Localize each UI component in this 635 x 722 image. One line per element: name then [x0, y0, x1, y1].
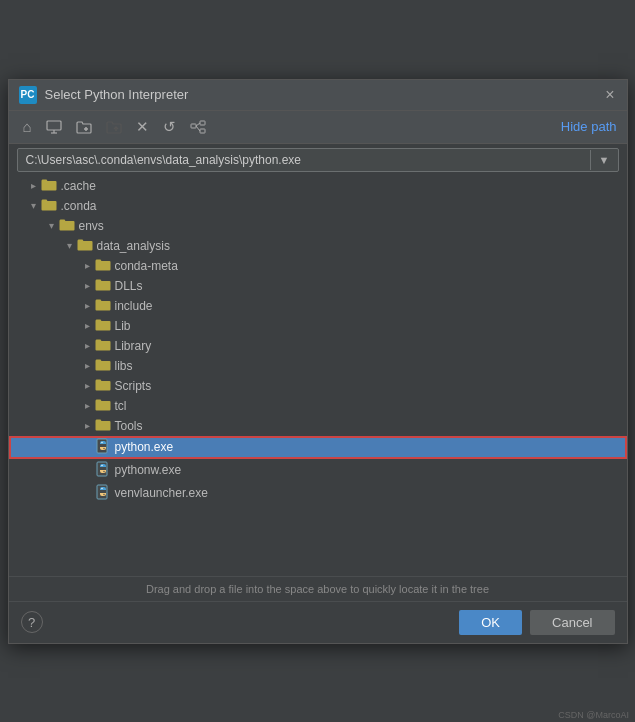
- tree-area[interactable]: ▸.cache▾.conda▾envs▾data_analysis▸conda-…: [9, 176, 627, 576]
- tree-item[interactable]: ▸DLLs: [9, 276, 627, 296]
- folder-icon: [95, 398, 111, 414]
- tree-item-label: data_analysis: [97, 239, 170, 253]
- chevron-icon: ▸: [81, 380, 95, 391]
- hide-path-link[interactable]: Hide path: [561, 119, 617, 134]
- footer-buttons: OK Cancel: [459, 610, 614, 635]
- tree-item[interactable]: ▾envs: [9, 216, 627, 236]
- chevron-icon: ▾: [63, 240, 77, 251]
- chevron-icon: ▸: [81, 340, 95, 351]
- title-bar-left: PC Select Python Interpreter: [19, 86, 189, 104]
- cancel-button[interactable]: Cancel: [530, 610, 614, 635]
- tree-item[interactable]: ▾data_analysis: [9, 236, 627, 256]
- dialog-title: Select Python Interpreter: [45, 87, 189, 102]
- watermark: CSDN @MarcoAI: [558, 710, 629, 720]
- tree-item-label: envs: [79, 219, 104, 233]
- folder-icon: [59, 218, 75, 234]
- python-file-icon: [95, 461, 111, 480]
- network-icon: [190, 120, 206, 134]
- ok-button[interactable]: OK: [459, 610, 522, 635]
- monitor-button[interactable]: [42, 118, 66, 136]
- toolbar: ⌂: [9, 111, 627, 144]
- home-button[interactable]: ⌂: [19, 116, 36, 137]
- tree-item-label: pythonw.exe: [115, 463, 182, 477]
- chevron-icon: ▸: [81, 280, 95, 291]
- svg-rect-0: [47, 121, 61, 130]
- dialog: PC Select Python Interpreter × ⌂: [8, 79, 628, 644]
- svg-point-15: [101, 464, 102, 465]
- chevron-icon: ▸: [81, 360, 95, 371]
- tree-item[interactable]: ▸tcl: [9, 396, 627, 416]
- folder-icon: [95, 338, 111, 354]
- tree-item-label: Scripts: [115, 379, 152, 393]
- tree-item[interactable]: pythonw.exe: [9, 459, 627, 482]
- chevron-icon: ▸: [81, 420, 95, 431]
- chevron-icon: ▸: [81, 320, 95, 331]
- folder-up-button[interactable]: [102, 118, 126, 136]
- tree-item[interactable]: ▸Lib: [9, 316, 627, 336]
- chevron-icon: ▾: [27, 200, 41, 211]
- python-file-icon: [95, 438, 111, 457]
- tree-item-label: conda-meta: [115, 259, 178, 273]
- path-input[interactable]: [18, 149, 590, 171]
- svg-point-16: [103, 470, 104, 471]
- folder-icon: [95, 258, 111, 274]
- chevron-icon: ▸: [81, 260, 95, 271]
- tree-item[interactable]: ▸Scripts: [9, 376, 627, 396]
- svg-point-18: [101, 487, 102, 488]
- svg-rect-7: [200, 121, 205, 125]
- folder-icon: [41, 178, 57, 194]
- refresh-button[interactable]: ↺: [159, 116, 180, 138]
- tree-item[interactable]: ▸conda-meta: [9, 256, 627, 276]
- folder-icon: [95, 378, 111, 394]
- svg-line-9: [196, 123, 200, 126]
- tree-item-label: Library: [115, 339, 152, 353]
- folder-icon: [95, 358, 111, 374]
- footer: ? OK Cancel: [9, 601, 627, 643]
- tree-item[interactable]: ▸libs: [9, 356, 627, 376]
- folder-icon: [41, 198, 57, 214]
- svg-rect-8: [200, 129, 205, 133]
- tree-item-label: .cache: [61, 179, 96, 193]
- folder-up-icon: [106, 120, 122, 134]
- tree-item[interactable]: python.exe: [9, 436, 627, 459]
- folder-icon: [95, 298, 111, 314]
- chevron-icon: ▸: [81, 300, 95, 311]
- tree-item[interactable]: ▾.conda: [9, 196, 627, 216]
- python-file-icon: [95, 484, 111, 503]
- folder-icon: [95, 318, 111, 334]
- folder-icon: [95, 278, 111, 294]
- network-button[interactable]: [186, 118, 210, 136]
- path-dropdown-button[interactable]: ▼: [590, 150, 618, 170]
- new-folder-button[interactable]: [72, 118, 96, 136]
- close-button[interactable]: ×: [603, 87, 616, 103]
- chevron-icon: ▾: [45, 220, 59, 231]
- delete-button[interactable]: ✕: [132, 116, 153, 138]
- title-bar: PC Select Python Interpreter ×: [9, 80, 627, 111]
- folder-icon: [95, 418, 111, 434]
- tree-item-label: python.exe: [115, 440, 174, 454]
- tree-item-label: tcl: [115, 399, 127, 413]
- tree-item-label: Tools: [115, 419, 143, 433]
- chevron-icon: ▸: [81, 400, 95, 411]
- new-folder-icon: [76, 120, 92, 134]
- pycharm-icon: PC: [19, 86, 37, 104]
- tree-item[interactable]: venvlauncher.exe: [9, 482, 627, 505]
- svg-point-13: [103, 447, 104, 448]
- folder-icon: [77, 238, 93, 254]
- tree-item-label: Lib: [115, 319, 131, 333]
- tree-item[interactable]: ▸.cache: [9, 176, 627, 196]
- help-button[interactable]: ?: [21, 611, 43, 633]
- svg-line-10: [196, 126, 200, 131]
- tree-item-label: .conda: [61, 199, 97, 213]
- drag-hint: Drag and drop a file into the space abov…: [9, 576, 627, 601]
- toolbar-left: ⌂: [19, 116, 210, 138]
- path-bar: ▼: [17, 148, 619, 172]
- tree-item[interactable]: ▸Tools: [9, 416, 627, 436]
- tree-item-label: DLLs: [115, 279, 143, 293]
- svg-rect-6: [191, 124, 196, 128]
- tree-item[interactable]: ▸include: [9, 296, 627, 316]
- monitor-icon: [46, 120, 62, 134]
- tree-item-label: venvlauncher.exe: [115, 486, 208, 500]
- tree-item-label: libs: [115, 359, 133, 373]
- tree-item[interactable]: ▸Library: [9, 336, 627, 356]
